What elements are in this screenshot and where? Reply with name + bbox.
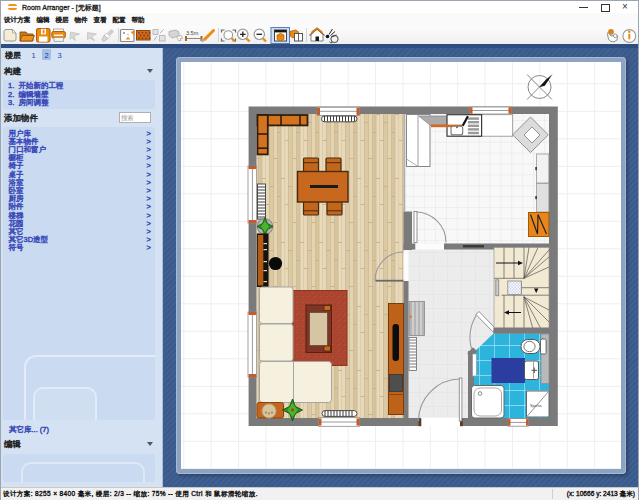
svg-text:Sprcha: Sprcha xyxy=(530,404,541,408)
svg-text:3.5m: 3.5m xyxy=(186,30,199,36)
